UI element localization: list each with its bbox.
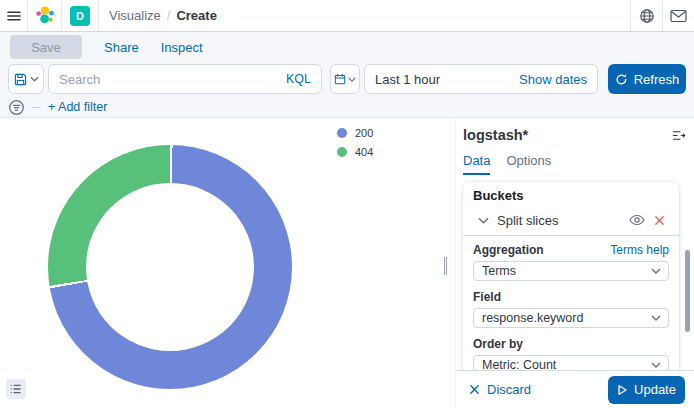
saved-query-menu-button[interactable] (8, 64, 44, 94)
discard-button[interactable]: Discard (469, 382, 531, 397)
panel-resize-handle[interactable] (444, 257, 449, 275)
editor-sidebar: logstash* Data Options Buckets Split sli… (455, 118, 694, 408)
share-link[interactable]: Share (104, 40, 139, 55)
filter-bar: + Add filter (0, 96, 694, 118)
sidebar-scrollbar[interactable] (685, 250, 690, 332)
search-input[interactable]: Search KQL (48, 64, 322, 94)
buckets-heading: Buckets (473, 189, 669, 203)
sidebar-header: logstash* (456, 118, 694, 143)
hamburger-menu-icon (6, 8, 22, 24)
time-range-value[interactable]: Last 1 hour (375, 72, 519, 87)
chevron-down-icon (348, 77, 356, 82)
terms-help-link[interactable]: Terms help (610, 243, 669, 257)
refresh-button[interactable]: Refresh (608, 64, 686, 94)
collapse-sidebar-button[interactable] (671, 128, 686, 143)
remove-x-icon (654, 215, 665, 226)
index-pattern-title: logstash* (463, 127, 528, 143)
sidebar-tabs: Data Options (463, 153, 694, 175)
legend-color-dot (337, 147, 347, 157)
legend-label: 200 (355, 127, 373, 139)
mail-icon (670, 9, 687, 23)
refresh-icon (615, 73, 628, 86)
chevron-down-icon (651, 362, 661, 368)
main-content: 200404 logstash* Data Options B (0, 118, 694, 408)
chevron-down-icon (30, 76, 39, 82)
search-placeholder: Search (59, 72, 278, 87)
breadcrumb-create: Create (176, 8, 216, 23)
aggregation-label: Aggregation (473, 243, 544, 257)
play-icon (617, 384, 628, 396)
collapse-right-icon (671, 128, 686, 143)
breadcrumb-separator: / (167, 8, 171, 23)
split-slices-row[interactable]: Split slices (473, 211, 669, 229)
tab-options[interactable]: Options (506, 153, 551, 175)
visualize-toolbar: Save Share Inspect (0, 32, 694, 62)
divider (463, 235, 679, 236)
field-select[interactable]: response.keyword (473, 308, 669, 328)
breadcrumb: Visualize / Create (99, 0, 217, 31)
update-button[interactable]: Update (608, 376, 685, 404)
split-slices-label: Split slices (497, 213, 558, 228)
calendar-icon (334, 73, 346, 85)
time-range-control[interactable]: Last 1 hour Show dates (364, 64, 598, 94)
field-label: Field (473, 290, 501, 304)
add-filter-button[interactable]: + Add filter (48, 100, 107, 114)
refresh-label: Refresh (634, 72, 680, 87)
space-badge: D (70, 6, 90, 26)
legend-item[interactable]: 404 (337, 146, 373, 158)
header-spacer (217, 0, 630, 31)
breadcrumb-visualize[interactable]: Visualize (109, 8, 161, 23)
buckets-panel: Buckets Split slices (463, 182, 679, 387)
legend-item[interactable]: 200 (337, 127, 373, 139)
field-group: Field response.keyword (473, 290, 669, 328)
aggregation-group: Aggregation Terms help Terms (473, 243, 669, 281)
remove-bucket-button[interactable] (654, 215, 665, 226)
floppy-disk-icon (14, 73, 27, 86)
space-switcher[interactable]: D (62, 0, 99, 31)
help-globe-button[interactable] (630, 0, 662, 31)
save-button[interactable]: Save (10, 35, 82, 59)
date-picker-menu-button[interactable] (330, 64, 360, 94)
query-language-button[interactable]: KQL (286, 72, 311, 86)
inspect-link[interactable]: Inspect (161, 40, 203, 55)
newsfeed-button[interactable] (662, 0, 694, 31)
update-label: Update (634, 382, 676, 397)
query-bar: Search KQL Last 1 hour Show dates (0, 62, 694, 96)
chevron-down-icon (478, 217, 489, 224)
eye-icon (629, 214, 645, 226)
menu-button[interactable] (0, 0, 28, 31)
toggle-visibility-button[interactable] (629, 214, 645, 226)
donut-hole (86, 183, 254, 351)
globe-icon (639, 8, 655, 24)
legend-toggle-button[interactable] (6, 379, 26, 399)
elastic-logo-icon (34, 5, 56, 27)
show-dates-button[interactable]: Show dates (519, 72, 587, 87)
discard-label: Discard (487, 382, 531, 397)
donut-chart[interactable] (48, 145, 292, 389)
app-header: D Visualize / Create (0, 0, 694, 32)
filter-bar-divider (32, 107, 41, 108)
elastic-logo-button[interactable] (28, 0, 62, 31)
close-icon (469, 384, 480, 395)
aggregation-value: Terms (482, 264, 516, 278)
aggregation-select[interactable]: Terms (473, 261, 669, 281)
sidebar-footer: Discard Update (456, 370, 694, 408)
chart-legend: 200404 (337, 127, 373, 158)
legend-label: 404 (355, 146, 373, 158)
app-toolbar-area: Save Share Inspect Search KQL (0, 32, 694, 118)
chevron-down-icon (651, 268, 661, 274)
order-by-label: Order by (473, 337, 523, 351)
field-value: response.keyword (482, 311, 583, 325)
legend-color-dot (337, 128, 347, 138)
filter-circle-icon[interactable] (8, 99, 25, 116)
list-icon (10, 383, 22, 395)
tab-data[interactable]: Data (463, 153, 490, 175)
chevron-down-icon (651, 315, 661, 321)
